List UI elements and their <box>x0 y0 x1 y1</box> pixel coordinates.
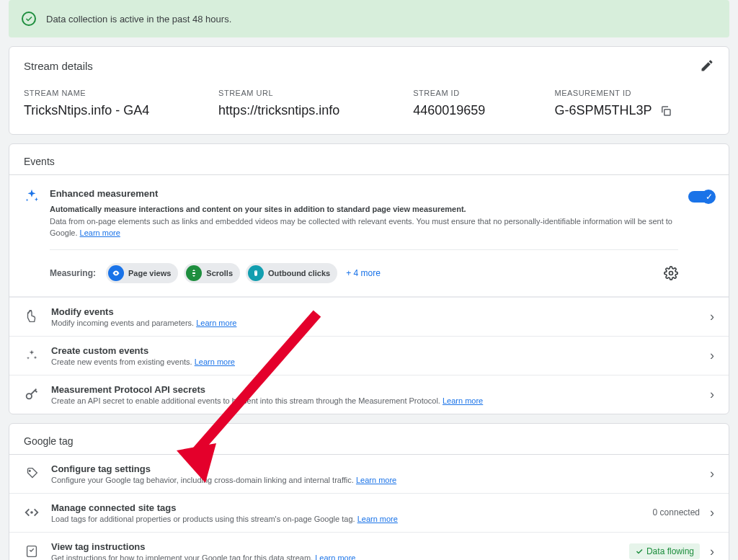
check-icon <box>22 12 36 26</box>
instructions-learn-more[interactable]: Learn more <box>315 554 355 561</box>
measurement-id-label: MEASUREMENT ID <box>555 89 715 97</box>
create-title: Create custom events <box>51 345 698 356</box>
chevron-right-icon: › <box>710 466 714 481</box>
chip-scrolls: Scrolls <box>184 263 240 283</box>
configure-title: Configure tag settings <box>51 463 698 474</box>
data-active-banner: Data collection is active in the past 48… <box>9 0 729 37</box>
stream-url-label: STREAM URL <box>218 89 396 97</box>
stream-id-value: 4460019659 <box>413 103 537 118</box>
events-section: Events Enhanced measurement Automaticall… <box>9 143 729 414</box>
stream-details-title: Stream details <box>24 60 93 72</box>
stream-name-value: TricksNtips.info - GA4 <box>24 103 201 118</box>
data-flowing-badge: Data flowing <box>629 543 700 559</box>
protocol-learn-more[interactable]: Learn more <box>443 396 483 405</box>
code-arrows-icon <box>24 505 40 520</box>
view-instructions-row[interactable]: View tag instructions Get instructions f… <box>9 532 729 561</box>
enhanced-title: Enhanced measurement <box>50 188 678 199</box>
enhanced-desc: Data from on-page elements such as links… <box>50 217 672 238</box>
svg-rect-0 <box>664 109 670 115</box>
enhanced-toggle[interactable]: ✓ <box>688 191 714 203</box>
stream-details-card: Stream details STREAM NAME TricksNtips.i… <box>9 46 729 135</box>
chevron-right-icon: › <box>710 544 714 559</box>
svg-point-3 <box>670 271 673 275</box>
sparkles-small-icon <box>24 347 40 363</box>
key-icon <box>24 386 40 402</box>
create-events-row[interactable]: Create custom events Create new events f… <box>9 336 729 375</box>
manage-tags-row[interactable]: Manage connected site tags Load tags for… <box>9 493 729 532</box>
enhanced-desc-bold: Automatically measure interactions and c… <box>50 205 466 213</box>
protocol-title: Measurement Protocol API secrets <box>51 384 698 395</box>
stream-url-value: https://tricksntips.info <box>218 103 396 118</box>
chevron-right-icon: › <box>710 505 714 520</box>
modify-learn-more[interactable]: Learn more <box>196 319 236 327</box>
instructions-icon <box>24 543 40 559</box>
manage-title: Manage connected site tags <box>51 502 641 513</box>
eye-icon <box>108 265 124 281</box>
google-tag-section: Google tag Configure tag settings Config… <box>9 423 729 561</box>
chevron-right-icon: › <box>710 348 714 363</box>
scroll-icon <box>186 265 202 281</box>
edit-icon[interactable] <box>700 58 714 73</box>
enhanced-learn-more[interactable]: Learn more <box>80 228 120 237</box>
create-learn-more[interactable]: Learn more <box>195 357 235 366</box>
configure-learn-more[interactable]: Learn more <box>356 476 396 484</box>
svg-point-6 <box>31 512 32 513</box>
chevron-right-icon: › <box>710 387 714 402</box>
measuring-label: Measuring: <box>50 268 96 278</box>
sparkle-icon <box>24 188 40 204</box>
gear-icon[interactable] <box>664 266 678 280</box>
copy-icon[interactable] <box>659 105 672 117</box>
google-tag-title: Google tag <box>9 424 729 454</box>
enhanced-measurement-row: Enhanced measurement Automatically measu… <box>9 175 729 297</box>
modify-title: Modify events <box>51 306 698 317</box>
manage-learn-more[interactable]: Learn more <box>357 515 398 523</box>
chip-outbound: Outbound clicks <box>246 263 337 283</box>
mouse-icon <box>248 265 264 281</box>
instructions-title: View tag instructions <box>51 541 618 552</box>
svg-point-5 <box>29 470 30 471</box>
svg-point-4 <box>27 394 32 399</box>
measurement-id-value: G-6SPM5THL3P <box>555 103 652 118</box>
stream-id-label: STREAM ID <box>413 89 537 97</box>
protocol-secrets-row[interactable]: Measurement Protocol API secrets Create … <box>9 375 729 414</box>
stream-name-label: STREAM NAME <box>24 89 201 97</box>
touch-icon <box>24 308 40 324</box>
chip-page-views: Page views <box>106 263 178 283</box>
connected-count: 0 connected <box>653 507 700 517</box>
banner-text: Data collection is active in the past 48… <box>46 14 231 25</box>
modify-events-row[interactable]: Modify events Modify incoming events and… <box>9 297 729 336</box>
configure-tag-row[interactable]: Configure tag settings Configure your Go… <box>9 455 729 493</box>
more-chips[interactable]: + 4 more <box>346 268 381 278</box>
tag-icon <box>24 466 40 481</box>
chevron-right-icon: › <box>710 309 714 324</box>
events-title: Events <box>9 144 729 174</box>
